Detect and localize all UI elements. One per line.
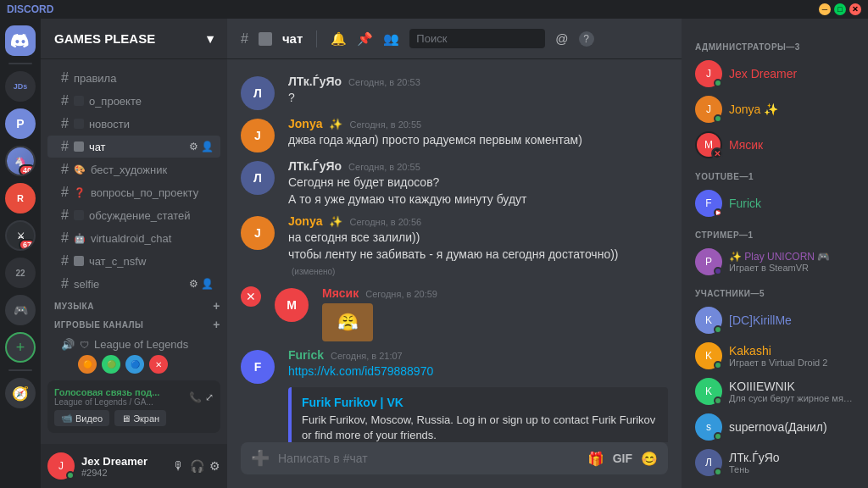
channel-item-o-proekte[interactable]: # о_проекте [47,90,220,112]
category-muzyka[interactable]: МУЗЫКА + [41,296,227,314]
server-icon-discord[interactable] [5,25,36,56]
settings-icon[interactable]: ⚙ [189,278,198,290]
message-author[interactable]: ЛТк.ЃуЯо [288,159,342,173]
gif-button[interactable]: GIF [613,452,632,465]
mute-icon[interactable]: 🎙 [173,459,185,473]
server-icon-2[interactable]: P [5,108,36,139]
gift-icon[interactable]: 🎁 [587,451,604,467]
user-avatar: J [47,452,75,480]
user-panel: J Jex Dreamer #2942 🎙 🎧 ⚙ [41,444,227,488]
member-item-furick[interactable]: F ▶ Furick [688,186,861,220]
voice-user-avatar[interactable]: 🟠 [78,355,97,374]
settings-icon[interactable]: ⚙ [189,141,198,152]
message-author[interactable]: Furick [288,348,324,362]
message-header: ЛТк.ЃуЯо Сегодня, в 20:55 [288,159,668,173]
message-content: Мясик Сегодня, в 20:59 😤 [322,286,668,341]
bell-icon[interactable]: 🔔 [331,31,347,47]
voice-channel-lol[interactable]: 🔊 🛡 League of Legends 🟠 🟢 🔵 ✕ [47,334,220,377]
channel-emoji: 🎨 [74,164,86,175]
emoji-icon[interactable]: 😊 [641,451,658,467]
link-embed: Furik Furikov | VK Furik Furikov, Moscow… [288,387,668,442]
channel-item-best[interactable]: # 🎨 бест_художник [47,158,220,180]
add-icon[interactable]: 👤 [201,278,214,290]
add-channel-icon[interactable]: + [213,318,220,331]
message-input[interactable] [278,442,579,474]
phone-icon[interactable]: 📞 [189,391,202,403]
expand-icon[interactable]: ⤢ [205,391,214,403]
pin-icon[interactable]: 📌 [357,31,373,47]
message-author[interactable]: Jonya [288,214,322,228]
search-input[interactable] [409,29,545,48]
titlebar-app-name: DISCORD [7,3,53,15]
member-name: KOIIIEWNIK [729,380,854,393]
help-icon[interactable]: ? [579,31,594,47]
member-item-kakashi[interactable]: K Kakashi Играет в Virtual Droid 2 [688,339,861,373]
members-icon[interactable]: 👥 [383,31,399,47]
category-igrovye[interactable]: ИГРОВЫЕ КАНАЛЫ + [41,314,227,333]
server-header[interactable]: GAMES PLEASE ▾ [41,19,227,59]
channel-item-chat[interactable]: # чат ⚙ 👤 [47,136,220,158]
member-info: ✨ Play UNICORN 🎮 Играет в SteamVR [729,251,854,273]
channel-item-obsuzhdenie[interactable]: # обсуждение_статей [47,204,220,226]
add-channel-icon[interactable]: + [213,299,220,313]
voice-status-text: Голосовая связь под... [54,387,159,397]
server-icon-3[interactable]: 🦄 40 [5,146,36,176]
member-name: ✨ Play UNICORN 🎮 [729,251,854,263]
minimize-button[interactable]: ─ [819,3,831,15]
screen-share-button[interactable]: 🖥 Экран [114,410,166,426]
member-item-jex[interactable]: J Jex Dreamer [688,57,861,91]
member-item-dc-kirill[interactable]: K [DC]KirillMe [688,303,861,337]
member-item-supernova[interactable]: s supernova(Данил) [688,410,861,444]
message-author[interactable]: Jonya [288,117,322,130]
category-label: МУЗЫКА [54,302,94,311]
channel-item-pravila[interactable]: # правила [47,67,220,89]
channel-icon [74,96,84,106]
explore-icon[interactable]: 🧭 [5,378,36,408]
server-name: GAMES PLEASE [54,31,155,46]
deafen-icon[interactable]: 🎧 [190,459,204,473]
vk-link[interactable]: https://vk.com/id579888970 [288,364,433,378]
channel-item-selfie[interactable]: # selfie ⚙ 👤 [47,273,220,295]
add-icon[interactable]: 👤 [201,141,214,152]
message-timestamp: Сегодня, в 21:07 [331,351,403,361]
close-button[interactable]: ✕ [849,3,861,15]
message-input-box: ➕ 🎁 GIF 😊 [241,442,668,474]
member-item-play[interactable]: P ✨ Play UNICORN 🎮 Играет в SteamVR [688,245,861,279]
server-icon-7[interactable]: 🎮 [5,295,36,325]
message-header: Furick Сегодня, в 21:07 [288,348,668,362]
message-author[interactable]: ЛТк.ЃуЯо [288,75,342,88]
channel-item-nsfw[interactable]: # чат_с_nsfw [47,250,220,272]
member-item-ltk[interactable]: Л ЛТк.ЃуЯо Тень [688,446,861,480]
hash-icon: # [61,93,69,108]
member-name: [DC]KirillMe [729,313,854,327]
channel-name: virtualdroid_chat [91,232,214,245]
server-icon-1[interactable]: JDs [5,71,36,102]
video-button[interactable]: 📹 Видео [54,410,109,426]
server-icon-5[interactable]: ⚔ 67 [5,220,36,251]
channel-item-novosti[interactable]: # новости [47,113,220,135]
server-icon-4[interactable]: R [5,183,36,214]
settings-icon[interactable]: ⚙ [209,459,220,473]
member-item-jonya[interactable]: J Jonya ✨ [688,92,861,126]
avatar: J [241,216,275,250]
delete-message-button[interactable]: ✕ [241,286,261,307]
voice-user-avatar-x[interactable]: ✕ [149,355,168,374]
message-text: джва года ждал) просто радуемся первым к… [288,132,668,149]
member-item-myasik[interactable]: М ✕ Мясик [688,128,861,162]
embed-title[interactable]: Furik Furikov | VK [302,396,658,409]
channel-item-voprosy[interactable]: # ❓ вопросы_по_проекту [47,181,220,203]
at-icon[interactable]: @ [555,31,568,46]
plus-icon[interactable]: ➕ [251,449,270,468]
maximize-button[interactable]: □ [834,3,846,15]
channel-item-virtualdroid[interactable]: # 🤖 virtualdroid_chat [47,227,220,249]
server-icon-add[interactable]: + [5,332,36,363]
voice-user-avatar[interactable]: 🟢 [102,355,120,374]
member-avatar: K [695,307,722,334]
server-icon-6[interactable]: 22 [5,258,36,288]
video-label: Видео [75,413,103,424]
member-item-koiiiewnik[interactable]: K KOIIIEWNIK Для суси берут жирное мясо.… [688,374,861,408]
message-author[interactable]: Мясик [322,286,359,300]
hash-icon: # [241,31,248,47]
voice-user-avatar[interactable]: 🔵 [125,355,144,374]
message-text: Сегодня не будет видосов?А то я уже дума… [288,175,668,208]
